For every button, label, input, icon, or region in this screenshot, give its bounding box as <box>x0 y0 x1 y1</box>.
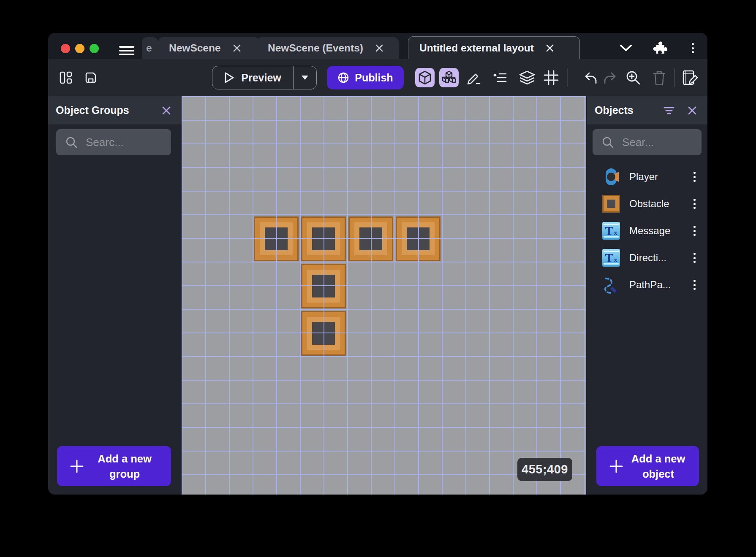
more-options-kebab-icon[interactable] <box>683 40 702 57</box>
search-input[interactable] <box>85 135 165 149</box>
obstacle-instance[interactable] <box>301 264 346 308</box>
main-menu-icon[interactable] <box>119 46 134 55</box>
edit-objects-blocks-icon[interactable] <box>439 68 459 87</box>
add-group-label: Add a new group <box>84 451 171 481</box>
close-tab-icon[interactable] <box>228 40 245 57</box>
layers-icon[interactable] <box>518 68 536 87</box>
objects-panel: Objects <box>587 96 707 495</box>
list-item-player[interactable]: Player <box>587 163 707 190</box>
tab-label: Untitled external layout <box>408 42 541 54</box>
plus-icon <box>609 459 623 473</box>
tab-newscene[interactable]: NewScene <box>158 37 260 59</box>
obstacle-tile-icon <box>602 195 620 213</box>
grid-snap-icon[interactable] <box>542 68 560 87</box>
list-item-pathpaint[interactable]: PathPa... <box>587 271 707 298</box>
panel-title: Objects <box>595 104 634 116</box>
object-groups-header: Object Groups <box>48 96 182 124</box>
object-options-kebab-icon[interactable] <box>693 280 696 290</box>
add-object-label: Add a new object <box>623 451 699 481</box>
add-new-group-button[interactable]: Add a new group <box>57 446 171 486</box>
tab-label: NewScene (Events) <box>257 42 371 54</box>
save-icon[interactable] <box>82 68 100 87</box>
instances-list-icon[interactable] <box>490 68 509 87</box>
close-panel-icon[interactable] <box>687 105 697 116</box>
add-new-object-button[interactable]: Add a new object <box>596 446 699 486</box>
tab-untitled-external-layout[interactable]: Untitled external layout <box>408 36 580 59</box>
obstacle-instance[interactable] <box>254 216 299 261</box>
player-sprite-icon <box>602 168 620 186</box>
app-window: e NewScene NewScene (Events) Untitled ex… <box>48 33 707 495</box>
plus-icon <box>70 459 84 473</box>
path-paint-icon <box>602 276 620 294</box>
obstacle-instance[interactable] <box>396 216 441 261</box>
caret-down-icon <box>301 75 309 80</box>
canvas-grid <box>182 96 586 495</box>
preview-button[interactable]: Preview <box>212 66 317 89</box>
obstacle-instance[interactable] <box>301 216 346 261</box>
objects-list: Player Obstacle Tx Message <box>587 163 707 298</box>
search-icon <box>602 136 614 148</box>
preview-label: Preview <box>241 72 281 84</box>
tab-newscene-events[interactable]: NewScene (Events) <box>257 37 399 59</box>
editor-content: Object Groups Add a new group <box>48 96 707 495</box>
play-icon <box>224 72 234 83</box>
tab-list-chevron-down-icon[interactable] <box>616 40 636 57</box>
publish-label: Publish <box>355 72 393 84</box>
objects-search[interactable] <box>593 129 702 155</box>
filter-icon[interactable] <box>664 106 674 115</box>
object-options-kebab-icon[interactable] <box>693 253 696 263</box>
close-tab-icon[interactable] <box>371 40 388 57</box>
edit-pencil-icon[interactable] <box>465 68 483 87</box>
list-item-obstacle[interactable]: Obstacle <box>587 190 707 217</box>
tab-label: e <box>142 42 152 54</box>
search-input[interactable] <box>621 135 696 149</box>
cursor-coordinates-badge: 455;409 <box>517 458 572 481</box>
object-options-kebab-icon[interactable] <box>693 199 696 209</box>
objects-header: Objects <box>587 96 707 124</box>
redo-icon <box>601 68 619 87</box>
text-object-icon: Tx <box>602 249 620 267</box>
zoom-in-icon[interactable] <box>624 68 642 87</box>
object-groups-panel: Object Groups Add a new group <box>48 96 182 495</box>
search-icon <box>65 136 77 148</box>
window-controls <box>61 44 99 53</box>
obstacle-instance[interactable] <box>301 311 346 356</box>
close-tab-icon[interactable] <box>541 40 558 57</box>
zoom-window-button[interactable] <box>90 44 99 53</box>
open-project-manager-icon[interactable] <box>57 68 75 87</box>
undo-icon[interactable] <box>582 68 600 87</box>
scene-canvas[interactable]: 455;409 <box>182 96 586 495</box>
tab-bar: e NewScene NewScene (Events) Untitled ex… <box>48 33 707 59</box>
tab-clipped[interactable]: e <box>142 37 158 59</box>
edit-properties-notebook-icon[interactable] <box>681 68 699 87</box>
delete-trash-icon <box>650 68 669 87</box>
panel-title: Object Groups <box>56 104 129 116</box>
extensions-puzzle-icon[interactable] <box>650 40 669 57</box>
globe-icon <box>337 72 349 84</box>
object-groups-search[interactable] <box>56 129 171 155</box>
minimize-window-button[interactable] <box>75 44 84 53</box>
close-window-button[interactable] <box>61 44 70 53</box>
edit-scene-3d-cube-icon[interactable] <box>415 68 435 87</box>
text-object-icon: Tx <box>602 222 620 240</box>
publish-button[interactable]: Publish <box>327 66 404 89</box>
tab-label: NewScene <box>158 42 228 54</box>
object-options-kebab-icon[interactable] <box>693 172 696 182</box>
obstacle-instance[interactable] <box>348 216 393 261</box>
preview-options-dropdown[interactable] <box>293 66 316 89</box>
list-item-directions[interactable]: Tx Directi... <box>587 244 707 271</box>
close-panel-icon[interactable] <box>161 105 171 116</box>
object-options-kebab-icon[interactable] <box>693 226 696 236</box>
main-toolbar: Preview Publish <box>48 59 707 96</box>
list-item-message[interactable]: Tx Message <box>587 217 707 244</box>
